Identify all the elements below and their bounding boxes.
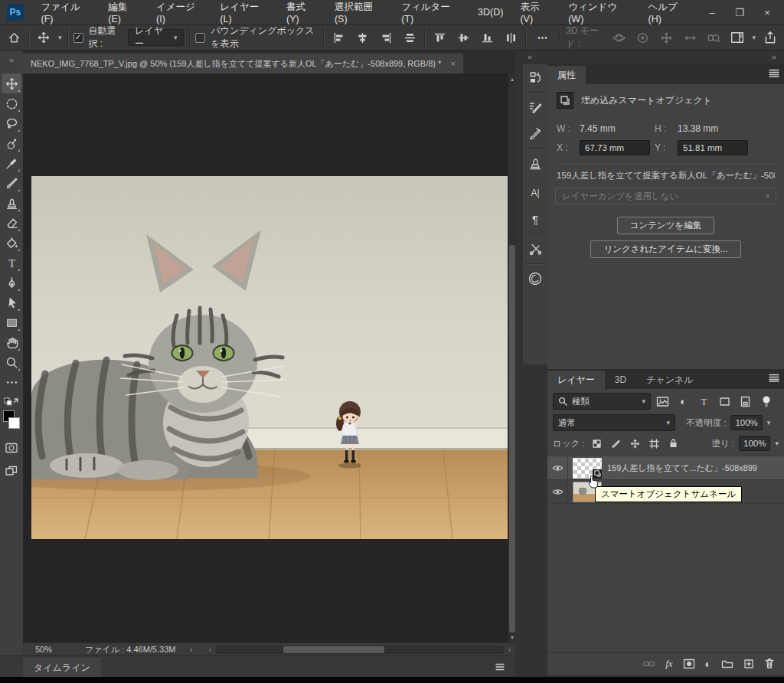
background-color[interactable] bbox=[8, 417, 20, 429]
panel-strip-collapse-icon[interactable]: « bbox=[528, 52, 532, 61]
layer-visibility-toggle[interactable] bbox=[547, 480, 568, 503]
menu-image[interactable]: イメージ(I) bbox=[148, 0, 211, 25]
lock-position-icon[interactable] bbox=[628, 436, 642, 450]
fill-field[interactable]: 100% bbox=[739, 436, 770, 451]
move-option-chevron-icon[interactable]: ▾ bbox=[58, 34, 62, 41]
history-panel-icon[interactable] bbox=[523, 64, 547, 90]
filter-type-dropdown[interactable]: 種類 ▾ bbox=[553, 393, 651, 410]
delete-layer-icon[interactable] bbox=[764, 658, 775, 669]
scroll-down-icon[interactable]: ▾ bbox=[508, 632, 515, 642]
new-adjustment-layer-icon[interactable]: ◐ bbox=[705, 658, 711, 670]
new-group-icon[interactable] bbox=[721, 658, 733, 668]
blend-mode-dropdown[interactable]: 通常 ▾ bbox=[553, 414, 675, 431]
brush-settings-panel-icon[interactable] bbox=[523, 94, 547, 120]
zoom-tool[interactable] bbox=[2, 352, 21, 372]
libraries-panel-icon[interactable] bbox=[523, 266, 547, 292]
default-swap-colors-icon[interactable] bbox=[3, 397, 20, 409]
status-expand-icon[interactable]: › bbox=[183, 645, 198, 654]
more-options-button[interactable]: ••• bbox=[531, 28, 554, 47]
lock-transparency-icon[interactable] bbox=[590, 436, 604, 450]
move-tool[interactable] bbox=[2, 74, 21, 93]
filter-toggle-icon[interactable] bbox=[757, 394, 775, 410]
canvas-area[interactable]: ▴ ▾ bbox=[23, 74, 515, 642]
zoom-level[interactable]: 50% bbox=[23, 645, 66, 654]
tab-properties[interactable]: 属性 bbox=[547, 66, 586, 84]
opacity-chevron-icon[interactable]: ▾ bbox=[767, 419, 771, 426]
marquee-tool[interactable] bbox=[2, 93, 21, 113]
distribute-h-icon[interactable] bbox=[501, 28, 520, 47]
minimize-button[interactable]: – bbox=[698, 4, 726, 21]
scroll-up-icon[interactable]: ▴ bbox=[508, 74, 515, 83]
quick-mask-button[interactable] bbox=[2, 438, 21, 458]
filter-pixel-icon[interactable] bbox=[654, 394, 671, 410]
paint-bucket-tool[interactable] bbox=[2, 233, 21, 253]
maximize-button[interactable]: ❐ bbox=[726, 4, 753, 21]
eyedropper-tool[interactable] bbox=[2, 153, 21, 173]
menu-type[interactable]: 書式(Y) bbox=[278, 0, 326, 25]
screen-mode-button[interactable] bbox=[2, 461, 21, 481]
align-top-icon[interactable] bbox=[430, 28, 449, 47]
new-layer-icon[interactable] bbox=[743, 658, 754, 669]
edit-contents-button[interactable]: コンテンツを編集 bbox=[617, 217, 715, 234]
hscroll-right-icon[interactable]: › bbox=[505, 645, 515, 654]
document-tab[interactable]: NEKO_IMG_7768_TP_V.jpg @ 50% (159人差し指を立て… bbox=[23, 54, 463, 74]
type-tool[interactable]: T bbox=[2, 253, 21, 273]
filter-adjustment-icon[interactable]: ◐ bbox=[675, 394, 692, 410]
hand-tool[interactable] bbox=[2, 332, 21, 352]
eraser-tool[interactable] bbox=[2, 213, 21, 233]
layers-menu-icon[interactable] bbox=[769, 374, 779, 382]
horizontal-scrollbar[interactable] bbox=[216, 645, 503, 654]
menu-window[interactable]: ウィンドウ(W) bbox=[560, 0, 639, 25]
menu-filter[interactable]: フィルター(T) bbox=[393, 0, 469, 25]
filter-type-text-icon[interactable]: T bbox=[695, 394, 713, 410]
close-button[interactable]: × bbox=[753, 4, 781, 21]
tab-close-icon[interactable]: × bbox=[450, 59, 455, 68]
align-center-h-icon[interactable] bbox=[353, 28, 371, 47]
horizontal-scroll-thumb[interactable] bbox=[283, 646, 384, 653]
menu-help[interactable]: ヘルプ(H) bbox=[639, 0, 698, 25]
vertical-scroll-thumb[interactable] bbox=[509, 245, 515, 632]
menu-edit[interactable]: 編集(E) bbox=[100, 0, 148, 25]
opacity-field[interactable]: 100% bbox=[730, 415, 762, 430]
home-icon[interactable] bbox=[5, 28, 23, 47]
lock-all-icon[interactable] bbox=[666, 436, 681, 450]
add-layer-mask-icon[interactable] bbox=[683, 658, 695, 669]
layer-name[interactable]: 159人差し指を立てて...たむ」-508x899 bbox=[607, 462, 757, 474]
lock-artboard-icon[interactable] bbox=[647, 436, 662, 450]
distribute-v-icon[interactable] bbox=[400, 28, 419, 47]
tab-channels[interactable]: チャンネル bbox=[636, 371, 703, 389]
share-icon[interactable] bbox=[761, 28, 779, 47]
workspace-switcher-icon[interactable] bbox=[728, 28, 746, 47]
brushes-panel-icon[interactable] bbox=[523, 120, 547, 146]
convert-to-linked-button[interactable]: リンクされたアイテムに変換... bbox=[590, 240, 740, 258]
clone-source-panel-icon[interactable] bbox=[523, 150, 547, 176]
layer-visibility-toggle[interactable] bbox=[547, 456, 568, 479]
auto-select-dropdown[interactable]: レイヤー ▾ bbox=[128, 29, 184, 46]
fill-chevron-icon[interactable]: ▾ bbox=[775, 440, 779, 447]
align-left-icon[interactable] bbox=[329, 28, 348, 47]
color-swatches[interactable] bbox=[2, 410, 21, 433]
panel-dock-collapse-icon[interactable]: » bbox=[772, 52, 776, 61]
properties-menu-icon[interactable] bbox=[769, 69, 779, 77]
character-panel-icon[interactable]: A| bbox=[523, 180, 547, 206]
layer-effects-icon[interactable]: fx bbox=[665, 658, 672, 670]
layer-row-smart-object[interactable]: 159人差し指を立てて...たむ」-508x899 bbox=[547, 456, 784, 480]
hscroll-left-icon[interactable]: ‹ bbox=[198, 645, 214, 654]
timeline-tab[interactable]: タイムライン bbox=[23, 658, 101, 678]
menu-3d[interactable]: 3D(D) bbox=[469, 0, 511, 25]
pen-tool[interactable] bbox=[2, 273, 21, 292]
tab-3d[interactable]: 3D bbox=[605, 371, 636, 389]
workspace-chevron-icon[interactable]: ▾ bbox=[752, 34, 756, 41]
menu-view[interactable]: 表示(V) bbox=[511, 0, 560, 25]
y-field[interactable]: 51.81 mm bbox=[678, 140, 748, 155]
toolbar-collapse-icon[interactable]: » bbox=[0, 51, 23, 69]
quick-selection-tool[interactable] bbox=[2, 133, 21, 153]
tab-layers[interactable]: レイヤー bbox=[547, 371, 605, 389]
menu-select[interactable]: 選択範囲(S) bbox=[326, 0, 393, 25]
paragraph-panel-icon[interactable]: ¶ bbox=[523, 206, 547, 232]
path-selection-tool[interactable] bbox=[2, 292, 21, 312]
lock-pixels-icon[interactable] bbox=[609, 436, 623, 450]
brush-tool[interactable] bbox=[2, 173, 21, 193]
x-field[interactable]: 67.73 mm bbox=[580, 140, 650, 155]
menu-file[interactable]: ファイル(F) bbox=[33, 0, 100, 25]
